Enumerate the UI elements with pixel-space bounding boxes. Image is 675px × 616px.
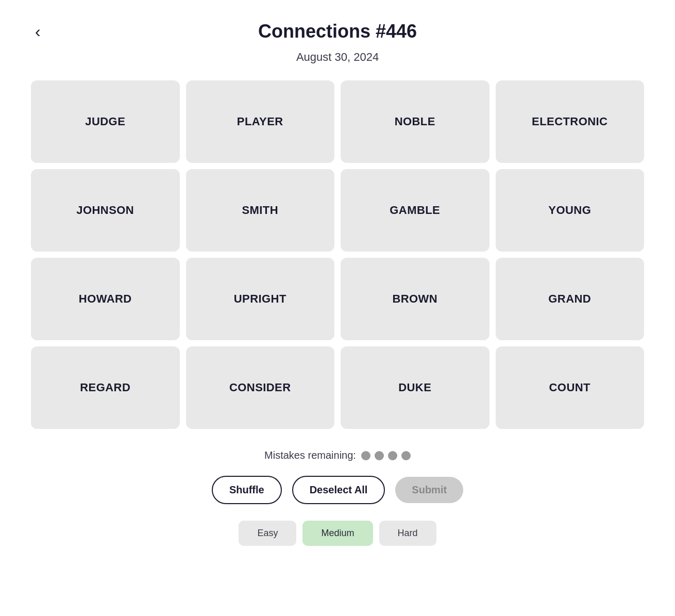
grid-cell-word: DUKE: [398, 381, 431, 394]
mistakes-dots: [361, 451, 411, 460]
submit-button: Submit: [395, 477, 463, 503]
shuffle-button[interactable]: Shuffle: [212, 476, 282, 504]
grid-cell[interactable]: ELECTRONIC: [496, 80, 645, 163]
grid-cell-word: NOBLE: [395, 115, 435, 128]
page-date: August 30, 2024: [296, 51, 379, 64]
grid-cell[interactable]: JOHNSON: [31, 169, 180, 252]
difficulty-tab-easy[interactable]: Easy: [239, 521, 296, 546]
grid-cell[interactable]: SMITH: [186, 169, 335, 252]
mistake-dot: [361, 451, 370, 460]
grid-cell-word: UPRIGHT: [234, 292, 286, 306]
grid-cell-word: GRAND: [548, 292, 591, 306]
deselect-all-button[interactable]: Deselect All: [292, 476, 385, 504]
grid-cell-word: GAMBLE: [390, 204, 440, 217]
controls: Shuffle Deselect All Submit: [212, 476, 463, 504]
grid-cell[interactable]: CONSIDER: [186, 346, 335, 429]
word-grid: JUDGEPLAYERNOBLEELECTRONICJOHNSONSMITHGA…: [31, 80, 644, 429]
mistake-dot: [375, 451, 384, 460]
grid-cell-word: ELECTRONIC: [532, 115, 608, 128]
grid-cell-word: JUDGE: [85, 115, 125, 128]
app-container: ‹ Connections #446 August 30, 2024 JUDGE…: [0, 0, 675, 616]
grid-cell[interactable]: PLAYER: [186, 80, 335, 163]
mistakes-label: Mistakes remaining:: [264, 449, 356, 461]
grid-cell[interactable]: HOWARD: [31, 258, 180, 340]
grid-cell[interactable]: NOBLE: [341, 80, 490, 163]
difficulty-tab-medium[interactable]: Medium: [302, 521, 373, 546]
grid-cell-word: JOHNSON: [76, 204, 134, 217]
difficulty-tabs: EasyMediumHard: [239, 521, 436, 546]
grid-cell-word: PLAYER: [237, 115, 283, 128]
grid-cell[interactable]: REGARD: [31, 346, 180, 429]
grid-cell-word: CONSIDER: [229, 381, 291, 394]
grid-cell-word: COUNT: [549, 381, 590, 394]
grid-cell[interactable]: BROWN: [341, 258, 490, 340]
grid-cell-word: REGARD: [80, 381, 130, 394]
grid-cell[interactable]: DUKE: [341, 346, 490, 429]
mistake-dot: [388, 451, 397, 460]
back-button[interactable]: ‹: [31, 21, 45, 42]
grid-cell-word: HOWARD: [79, 292, 132, 306]
grid-cell[interactable]: GRAND: [496, 258, 645, 340]
difficulty-tab-hard[interactable]: Hard: [379, 521, 436, 546]
grid-cell-word: SMITH: [242, 204, 278, 217]
grid-cell[interactable]: YOUNG: [496, 169, 645, 252]
grid-cell-word: YOUNG: [548, 204, 591, 217]
grid-cell[interactable]: COUNT: [496, 346, 645, 429]
mistakes-section: Mistakes remaining:: [264, 449, 411, 461]
grid-cell-word: BROWN: [392, 292, 437, 306]
grid-cell[interactable]: GAMBLE: [341, 169, 490, 252]
header: ‹ Connections #446: [31, 21, 644, 42]
mistake-dot: [401, 451, 411, 460]
page-title: Connections #446: [258, 21, 417, 42]
grid-cell[interactable]: UPRIGHT: [186, 258, 335, 340]
grid-cell[interactable]: JUDGE: [31, 80, 180, 163]
